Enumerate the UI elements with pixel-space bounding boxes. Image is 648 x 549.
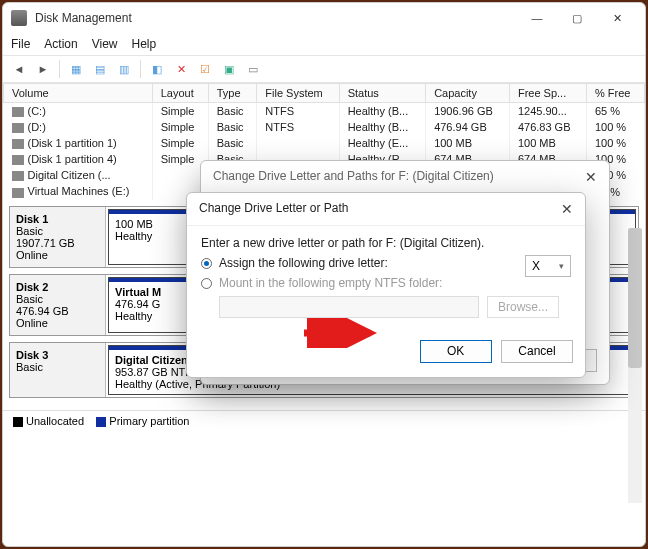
cancel-button[interactable]: Cancel — [501, 340, 573, 363]
menu-action[interactable]: Action — [44, 37, 77, 51]
refresh-icon[interactable]: ▦ — [66, 59, 86, 79]
radio-mount-folder[interactable] — [201, 278, 212, 289]
delete-icon[interactable]: ✕ — [171, 59, 191, 79]
browse-button: Browse... — [487, 296, 559, 318]
dialog-close-icon[interactable]: ✕ — [561, 201, 573, 217]
menu-help[interactable]: Help — [132, 37, 157, 51]
properties-icon[interactable]: ▤ — [90, 59, 110, 79]
parent-dialog-title: Change Drive Letter and Paths for F: (Di… — [213, 169, 494, 185]
titlebar[interactable]: Disk Management — ▢ ✕ — [3, 3, 645, 33]
drive-letter-value: X — [532, 259, 540, 273]
parent-dialog-close-icon[interactable]: ✕ — [585, 169, 597, 185]
close-button[interactable]: ✕ — [597, 4, 637, 32]
col-status[interactable]: Status — [339, 84, 425, 103]
legend-unallocated: Unallocated — [26, 415, 84, 427]
col-pct[interactable]: % Free — [586, 84, 644, 103]
dialog-instruction: Enter a new drive letter or path for F: … — [201, 236, 571, 250]
table-row[interactable]: (Disk 1 partition 1)SimpleBasicHealthy (… — [4, 135, 645, 151]
menu-file[interactable]: File — [11, 37, 30, 51]
table-row[interactable]: (C:)SimpleBasicNTFSHealthy (B...1906.96 … — [4, 103, 645, 120]
disk-header: Disk 2Basic476.94 GBOnline — [10, 275, 106, 335]
app-icon — [11, 10, 27, 26]
radio-assign-letter[interactable] — [201, 258, 212, 269]
extra-icon[interactable]: ▭ — [243, 59, 263, 79]
legend-primary: Primary partition — [109, 415, 189, 427]
mount-path-input — [219, 296, 479, 318]
ok-button[interactable]: OK — [420, 340, 492, 363]
label-assign-letter[interactable]: Assign the following drive letter: — [219, 256, 388, 270]
col-volume[interactable]: Volume — [4, 84, 153, 103]
forward-icon[interactable]: ► — [33, 59, 53, 79]
check-icon[interactable]: ☑ — [195, 59, 215, 79]
col-fs[interactable]: File System — [257, 84, 339, 103]
table-row[interactable]: (D:)SimpleBasicNTFSHealthy (B...476.94 G… — [4, 119, 645, 135]
change-drive-letter-dialog: Change Drive Letter or Path ✕ Enter a ne… — [186, 192, 586, 378]
menu-view[interactable]: View — [92, 37, 118, 51]
col-layout[interactable]: Layout — [152, 84, 208, 103]
minimize-button[interactable]: — — [517, 4, 557, 32]
disk-header: Disk 3Basic — [10, 343, 106, 397]
toolbar: ◄ ► ▦ ▤ ▥ ◧ ✕ ☑ ▣ ▭ — [3, 55, 645, 83]
col-type[interactable]: Type — [208, 84, 257, 103]
chevron-down-icon: ▾ — [559, 261, 564, 271]
label-mount-folder[interactable]: Mount in the following empty NTFS folder… — [219, 276, 442, 290]
back-icon[interactable]: ◄ — [9, 59, 29, 79]
legend: Unallocated Primary partition — [3, 410, 645, 431]
help-icon[interactable]: ▥ — [114, 59, 134, 79]
disk-header: Disk 1Basic1907.71 GBOnline — [10, 207, 106, 267]
col-capacity[interactable]: Capacity — [426, 84, 510, 103]
new-icon[interactable]: ▣ — [219, 59, 239, 79]
scrollbar-thumb[interactable] — [628, 228, 642, 368]
menubar: File Action View Help — [3, 33, 645, 55]
action-icon[interactable]: ◧ — [147, 59, 167, 79]
maximize-button[interactable]: ▢ — [557, 4, 597, 32]
col-free[interactable]: Free Sp... — [509, 84, 586, 103]
drive-letter-select[interactable]: X ▾ — [525, 255, 571, 277]
dialog-title: Change Drive Letter or Path — [199, 201, 348, 217]
window-title: Disk Management — [35, 11, 517, 25]
